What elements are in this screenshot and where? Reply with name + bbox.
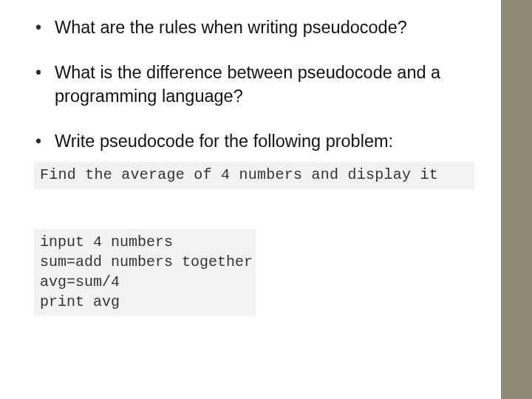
bullet-text: Write pseudocode for the following probl… (55, 132, 393, 151)
bullet-list: What are the rules when writing pseudoco… (34, 16, 474, 153)
decorative-sidebar (501, 0, 532, 399)
bullet-item: What are the rules when writing pseudoco… (34, 16, 474, 39)
problem-statement-box: Find the average of 4 numbers and displa… (34, 162, 474, 189)
pseudocode-solution-box: input 4 numbers sum=add numbers together… (34, 229, 256, 316)
bullet-text: What is the difference between pseudocod… (55, 63, 440, 105)
slide-content: What are the rules when writing pseudoco… (34, 16, 474, 316)
pseudocode-solution-text: input 4 numbers sum=add numbers together… (40, 233, 253, 310)
problem-statement-text: Find the average of 4 numbers and displa… (40, 166, 438, 183)
bullet-item: Write pseudocode for the following probl… (34, 130, 474, 153)
bullet-item: What is the difference between pseudocod… (34, 61, 474, 108)
bullet-text: What are the rules when writing pseudoco… (55, 18, 407, 37)
